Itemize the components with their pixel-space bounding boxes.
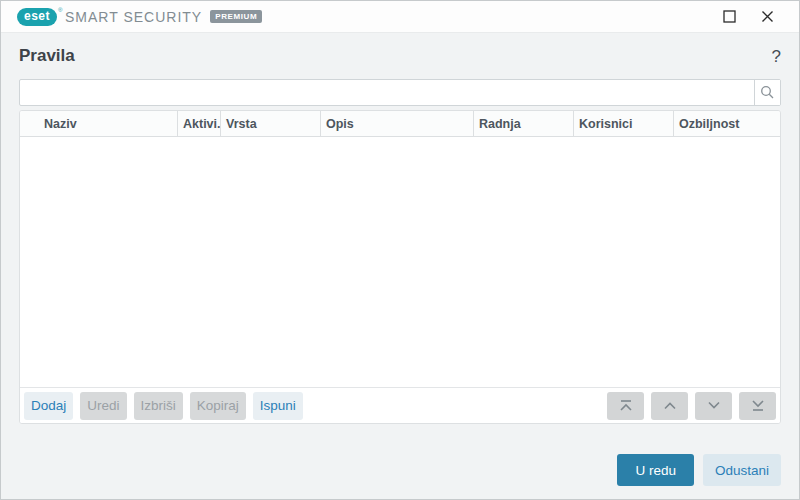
brand-logo: eset ® SMART SECURITY PREMIUM (17, 8, 262, 26)
close-button[interactable] (759, 9, 775, 25)
page-header: Pravila ? (1, 33, 799, 79)
app-window: eset ® SMART SECURITY PREMIUM Pravila ? (0, 0, 800, 500)
column-header-ozbiljnost[interactable]: Ozbiljnost (674, 111, 780, 136)
help-button[interactable]: ? (772, 48, 781, 65)
column-header-vrsta[interactable]: Vrsta (221, 111, 321, 136)
window-controls (721, 9, 775, 25)
column-header-radnja[interactable]: Radnja (474, 111, 574, 136)
column-header-aktivirano[interactable]: Aktivi... (178, 111, 221, 136)
move-top-button[interactable] (607, 392, 644, 420)
chevron-down-to-line-icon (749, 399, 767, 412)
add-button[interactable]: Dodaj (24, 392, 73, 420)
fill-button[interactable]: Ispuni (253, 392, 303, 420)
column-header-korisnici[interactable]: Korisnici (574, 111, 674, 136)
eset-logo-text: eset (24, 9, 50, 23)
cancel-button[interactable]: Odustani (703, 454, 781, 486)
maximize-button[interactable] (721, 9, 737, 25)
copy-button[interactable]: Kopiraj (190, 392, 246, 420)
search-button[interactable] (754, 80, 780, 105)
column-header-opis[interactable]: Opis (321, 111, 474, 136)
search-bar (19, 79, 781, 106)
chevron-up-icon (661, 399, 679, 412)
move-down-button[interactable] (695, 392, 732, 420)
move-up-button[interactable] (651, 392, 688, 420)
close-icon (761, 10, 774, 23)
help-icon: ? (772, 47, 781, 66)
panel-toolbar: Dodaj Uredi Izbriši Kopiraj Ispuni (20, 387, 780, 423)
search-input[interactable] (20, 80, 754, 105)
rules-panel: Naziv Aktivi... Vrsta Opis Radnja Korisn… (19, 110, 781, 424)
dialog-footer: U redu Odustani (1, 424, 799, 499)
eset-logo: eset ® (17, 8, 57, 26)
registered-trademark: ® (58, 4, 63, 17)
edit-button[interactable]: Uredi (80, 392, 126, 420)
maximize-icon (723, 10, 736, 23)
product-name-label: SMART SECURITY (65, 9, 202, 25)
table-header: Naziv Aktivi... Vrsta Opis Radnja Korisn… (20, 111, 780, 137)
ok-button[interactable]: U redu (617, 454, 694, 486)
page-title: Pravila (19, 46, 75, 66)
delete-button[interactable]: Izbriši (134, 392, 183, 420)
premium-badge: PREMIUM (210, 10, 262, 23)
table-body-empty (20, 137, 780, 387)
move-bottom-button[interactable] (739, 392, 776, 420)
column-header-naziv[interactable]: Naziv (20, 111, 178, 136)
chevron-down-icon (705, 399, 723, 412)
titlebar: eset ® SMART SECURITY PREMIUM (1, 1, 799, 33)
chevron-up-to-line-icon (617, 399, 635, 412)
search-icon (760, 85, 775, 100)
